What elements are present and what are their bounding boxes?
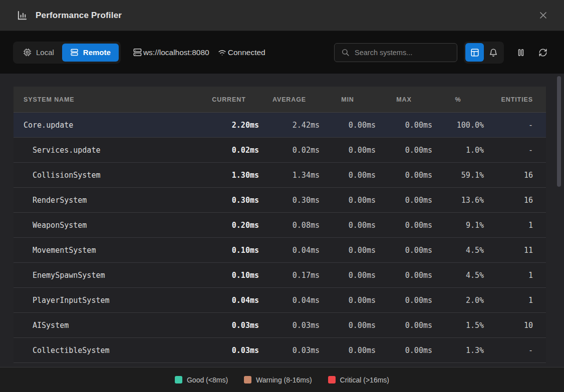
table-row[interactable]: EnemySpawnSystem0.10ms0.17ms0.00ms0.00ms… (14, 263, 546, 288)
toolbar: Local Remote ws://localhost:8080 (0, 31, 564, 74)
entities-cell: 1 (484, 296, 546, 305)
entities-cell: 1 (484, 271, 546, 280)
close-button[interactable] (536, 9, 550, 23)
percent-cell: 1.0% (432, 146, 484, 155)
main-content: SYSTEM NAME CURRENT AVERAGE MIN MAX % EN… (0, 74, 564, 367)
column-header-current[interactable]: CURRENT (199, 96, 259, 103)
system-name-cell: AISystem (14, 321, 199, 330)
max-cell: 0.00ms (376, 296, 432, 305)
max-cell: 0.00ms (376, 221, 432, 230)
table-row[interactable]: MovementSystem0.10ms0.04ms0.00ms0.00ms4.… (14, 238, 546, 263)
system-name-cell: CollectibleSystem (14, 346, 199, 355)
min-cell: 0.00ms (320, 321, 376, 330)
max-cell: 0.00ms (376, 121, 432, 130)
min-cell: 0.00ms (320, 121, 376, 130)
column-header-percent[interactable]: % (432, 96, 484, 103)
table-icon (470, 48, 479, 57)
min-cell: 0.00ms (320, 346, 376, 355)
system-name-cell: Services.update (14, 146, 199, 155)
max-cell: 0.00ms (376, 146, 432, 155)
close-icon (538, 11, 548, 20)
current-cell: 0.10ms (199, 271, 259, 280)
search-input[interactable] (355, 49, 450, 57)
table-row[interactable]: CollisionSystem1.30ms1.34ms0.00ms0.00ms5… (14, 163, 546, 188)
min-cell: 0.00ms (320, 221, 376, 230)
percent-cell: 4.5% (432, 271, 484, 280)
legend-item: Warning (8-16ms) (244, 376, 312, 384)
search-icon (341, 48, 350, 57)
system-name-cell: RenderSystem (14, 196, 199, 205)
legend-footer: Good (<8ms)Warning (8-16ms)Critical (>16… (0, 367, 564, 392)
percent-cell: 1.3% (432, 346, 484, 355)
remote-mode-button[interactable]: Remote (62, 44, 119, 62)
pause-icon (516, 48, 525, 57)
legend-swatch (175, 376, 182, 383)
column-header-system-name[interactable]: SYSTEM NAME (14, 96, 199, 103)
system-name-cell: MovementSystem (14, 246, 199, 255)
table-row[interactable]: WeaponSystem0.20ms0.08ms0.00ms0.00ms9.1%… (14, 213, 546, 238)
pause-button[interactable] (513, 45, 529, 61)
percent-cell: 59.1% (432, 171, 484, 180)
min-cell: 0.00ms (320, 196, 376, 205)
table-header: SYSTEM NAME CURRENT AVERAGE MIN MAX % EN… (14, 87, 546, 113)
remote-mode-label: Remote (83, 48, 111, 57)
titlebar: Performance Profiler (0, 0, 564, 31)
current-cell: 0.10ms (199, 246, 259, 255)
local-mode-button[interactable]: Local (15, 44, 62, 62)
system-name-cell: EnemySpawnSystem (14, 271, 199, 280)
max-cell: 0.00ms (376, 196, 432, 205)
average-cell: 0.02ms (259, 146, 320, 155)
max-cell: 0.00ms (376, 321, 432, 330)
legend-label: Good (<8ms) (187, 376, 228, 384)
profiler-table: SYSTEM NAME CURRENT AVERAGE MIN MAX % EN… (14, 87, 546, 363)
current-cell: 0.02ms (199, 146, 259, 155)
table-row[interactable]: AISystem0.03ms0.03ms0.00ms0.00ms1.5%10 (14, 313, 546, 338)
page-title: Performance Profiler (36, 11, 122, 21)
legend-item: Good (<8ms) (175, 376, 228, 384)
table-row[interactable]: CollectibleSystem0.03ms0.03ms0.00ms0.00m… (14, 338, 546, 363)
column-header-max[interactable]: MAX (376, 96, 432, 103)
table-row[interactable]: PlayerInputSystem0.04ms0.04ms0.00ms0.00m… (14, 288, 546, 313)
entities-cell: - (484, 121, 546, 130)
average-cell: 0.03ms (259, 346, 320, 355)
bell-icon (489, 48, 498, 57)
refresh-icon (538, 48, 547, 57)
cpu-icon (23, 48, 32, 57)
min-cell: 0.00ms (320, 271, 376, 280)
refresh-button[interactable] (535, 45, 551, 61)
average-cell: 0.08ms (259, 221, 320, 230)
min-cell: 0.00ms (320, 171, 376, 180)
system-name-cell: PlayerInputSystem (14, 296, 199, 305)
scrollbar-thumb[interactable] (557, 76, 561, 187)
connection-status: Connected (228, 48, 265, 57)
current-cell: 1.30ms (199, 171, 259, 180)
table-view-button[interactable] (465, 43, 484, 62)
current-cell: 0.03ms (199, 321, 259, 330)
legend-label: Critical (>16ms) (340, 376, 389, 384)
average-cell: 0.04ms (259, 296, 320, 305)
legend-item: Critical (>16ms) (328, 376, 389, 384)
percent-cell: 1.5% (432, 321, 484, 330)
table-row[interactable]: RenderSystem0.30ms0.30ms0.00ms0.00ms13.6… (14, 188, 546, 213)
percent-cell: 13.6% (432, 196, 484, 205)
average-cell: 0.03ms (259, 321, 320, 330)
entities-cell: 11 (484, 246, 546, 255)
column-header-average[interactable]: AVERAGE (259, 96, 320, 103)
system-name-cell: Core.update (14, 121, 199, 130)
alerts-button[interactable] (484, 43, 502, 62)
table-row[interactable]: Core.update2.20ms2.42ms0.00ms0.00ms100.0… (14, 113, 546, 138)
current-cell: 0.30ms (199, 196, 259, 205)
legend-label: Warning (8-16ms) (256, 376, 312, 384)
average-cell: 0.04ms (259, 246, 320, 255)
current-cell: 0.04ms (199, 296, 259, 305)
max-cell: 0.00ms (376, 171, 432, 180)
legend-swatch (328, 376, 336, 383)
min-cell: 0.00ms (320, 246, 376, 255)
percent-cell: 4.5% (432, 246, 484, 255)
column-header-entities[interactable]: ENTITIES (484, 96, 546, 103)
max-cell: 0.00ms (376, 246, 432, 255)
max-cell: 0.00ms (376, 346, 432, 355)
column-header-min[interactable]: MIN (320, 96, 376, 103)
percent-cell: 100.0% (432, 121, 484, 130)
table-row[interactable]: Services.update0.02ms0.02ms0.00ms0.00ms1… (14, 138, 546, 163)
